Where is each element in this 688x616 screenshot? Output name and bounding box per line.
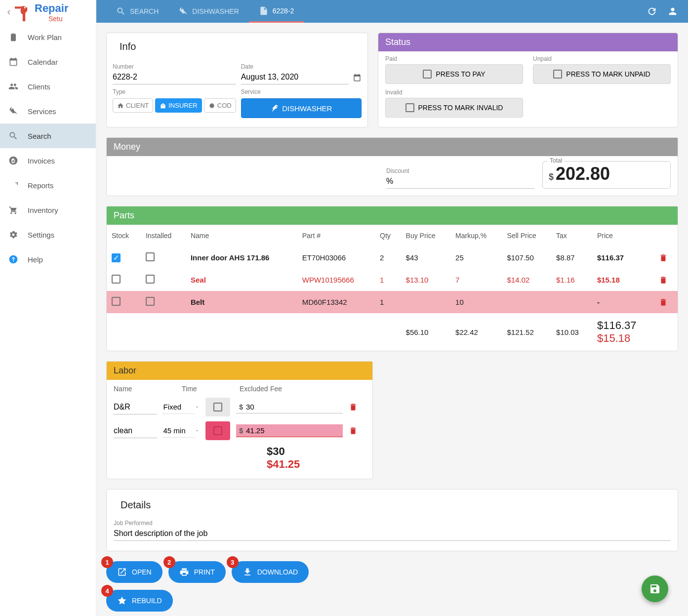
sidebar-item-reports[interactable]: Reports — [0, 173, 96, 198]
parts-table: StockInstalledNamePart #QtyBuy PriceMark… — [107, 225, 678, 351]
sidebar-item-work-plan[interactable]: Work Plan — [0, 25, 96, 49]
job-input[interactable] — [114, 527, 671, 541]
installed-checkbox[interactable] — [146, 297, 155, 306]
press-unpaid-button[interactable]: PRESS TO MARK UNPAID — [533, 64, 671, 84]
delete-icon[interactable] — [349, 426, 365, 435]
sidebar-item-label: Search — [28, 132, 51, 140]
calendar-icon — [8, 57, 18, 67]
file-icon — [259, 6, 269, 16]
installed-checkbox[interactable] — [146, 275, 155, 284]
type-toggle-cod[interactable]: COD — [204, 98, 236, 113]
stock-checkbox[interactable] — [112, 275, 121, 284]
sidebar-item-clients[interactable]: Clients — [0, 74, 96, 99]
fee-input[interactable] — [246, 403, 340, 411]
sidebar-item-label: Help — [28, 255, 43, 264]
labor-time-select[interactable] — [163, 400, 194, 414]
sidebar-item-inventory[interactable]: Inventory — [0, 198, 96, 222]
sidebar-item-search[interactable]: Search — [0, 123, 96, 148]
installed-checkbox[interactable] — [146, 252, 155, 261]
delete-icon[interactable] — [659, 253, 673, 262]
delete-icon[interactable] — [659, 276, 673, 285]
status-title: Status — [378, 33, 678, 51]
invalid-label: Invalid — [385, 89, 523, 96]
tab-6228-2[interactable]: 6228-2 — [249, 0, 304, 23]
excluded-checkbox[interactable] — [205, 398, 230, 416]
tab-dishwasher[interactable]: DISHWASHER — [168, 0, 248, 23]
stock-checkbox[interactable] — [112, 297, 121, 306]
gear-icon — [8, 230, 18, 240]
download-button[interactable]: 3DOWNLOAD — [232, 561, 309, 583]
sidebar-item-services[interactable]: Services — [0, 99, 96, 123]
stock-checkbox[interactable]: ✓ — [112, 253, 121, 262]
save-fab[interactable] — [642, 575, 668, 602]
delete-icon[interactable] — [659, 298, 673, 307]
money-title: Money — [107, 138, 678, 156]
date-input[interactable] — [241, 70, 349, 84]
search-icon — [116, 6, 126, 16]
wrench-icon — [178, 6, 188, 16]
sidebar-item-label: Reports — [28, 181, 54, 190]
number-input[interactable] — [113, 70, 236, 84]
total-value: 202.80 — [556, 164, 610, 184]
job-label: Job Performed — [114, 520, 671, 527]
tab-search[interactable]: SEARCH — [106, 0, 168, 23]
labor-name-input[interactable] — [114, 424, 157, 438]
sidebar-item-help[interactable]: Help — [0, 247, 96, 272]
badge: 3 — [227, 556, 239, 568]
labor-name-input[interactable] — [114, 400, 157, 414]
main: SEARCHDISHWASHER6228-2 Info Number Type … — [96, 0, 688, 616]
user-icon[interactable] — [667, 6, 678, 17]
sidebar-item-label: Settings — [28, 231, 54, 239]
sidebar-item-invoices[interactable]: Invoices — [0, 148, 96, 173]
press-pay-button[interactable]: PRESS TO PAY — [385, 64, 523, 84]
sidebar-item-label: Calendar — [28, 58, 58, 66]
money-card: Money Discount Total $ 202.80 — [106, 137, 678, 196]
info-card: Info Number Type CLIENTINSURERCOD Date — [106, 33, 368, 127]
labor-row: $ — [114, 421, 365, 440]
fee-input[interactable] — [246, 426, 340, 435]
refresh-icon[interactable] — [647, 6, 657, 17]
sidebar-item-label: Inventory — [28, 206, 58, 214]
sidebar-item-label: Clients — [28, 82, 50, 91]
details-title: Details — [114, 494, 671, 516]
logo-icon — [15, 3, 33, 21]
chevron-left-icon[interactable] — [5, 8, 13, 16]
service-label: Service — [241, 88, 362, 95]
date-label: Date — [241, 63, 362, 70]
number-label: Number — [113, 63, 236, 70]
discount-input[interactable] — [386, 174, 534, 189]
logo-text: Repair Setu — [35, 2, 68, 23]
delete-icon[interactable] — [349, 403, 365, 411]
info-title: Info — [113, 36, 362, 57]
unpaid-label: Unpaid — [533, 55, 671, 62]
rebuild-button[interactable]: 4REBUILD — [106, 590, 173, 612]
calendar-icon[interactable] — [353, 73, 362, 82]
type-toggle-insurer[interactable]: INSURER — [155, 98, 202, 113]
press-invalid-button[interactable]: PRESS TO MARK INVALID — [385, 98, 523, 118]
sidebar-item-calendar[interactable]: Calendar — [0, 49, 96, 74]
star-icon — [117, 596, 127, 606]
dollar-icon — [8, 156, 18, 165]
labor-total-2: $41.25 — [267, 458, 365, 471]
checkbox-icon — [405, 103, 414, 112]
sidebar-item-settings[interactable]: Settings — [0, 222, 96, 247]
download-icon — [243, 567, 252, 577]
service-button[interactable]: DISHWASHER — [241, 98, 362, 118]
labor-title: Labor — [107, 362, 372, 380]
sidebar-item-label: Services — [28, 107, 56, 116]
labor-row: $ — [114, 398, 365, 416]
parts-card: Parts StockInstalledNamePart #QtyBuy Pri… — [106, 206, 678, 351]
status-card: Status Paid PRESS TO PAY Unpaid PRESS TO… — [378, 33, 678, 127]
checkbox-icon — [423, 70, 432, 79]
excluded-checkbox[interactable] — [205, 421, 230, 440]
sidebar-item-label: Work Plan — [28, 33, 62, 41]
logo-row: Repair Setu — [0, 0, 96, 25]
help-icon — [8, 254, 18, 264]
total-box: Total $ 202.80 — [542, 161, 671, 189]
print-button[interactable]: 2PRINT — [168, 561, 226, 583]
wrench-icon — [8, 106, 18, 116]
type-toggle-client[interactable]: CLIENT — [113, 98, 153, 113]
labor-time-select[interactable] — [163, 424, 194, 438]
type-label: Type — [113, 88, 236, 95]
open-button[interactable]: 1OPEN — [106, 561, 162, 583]
